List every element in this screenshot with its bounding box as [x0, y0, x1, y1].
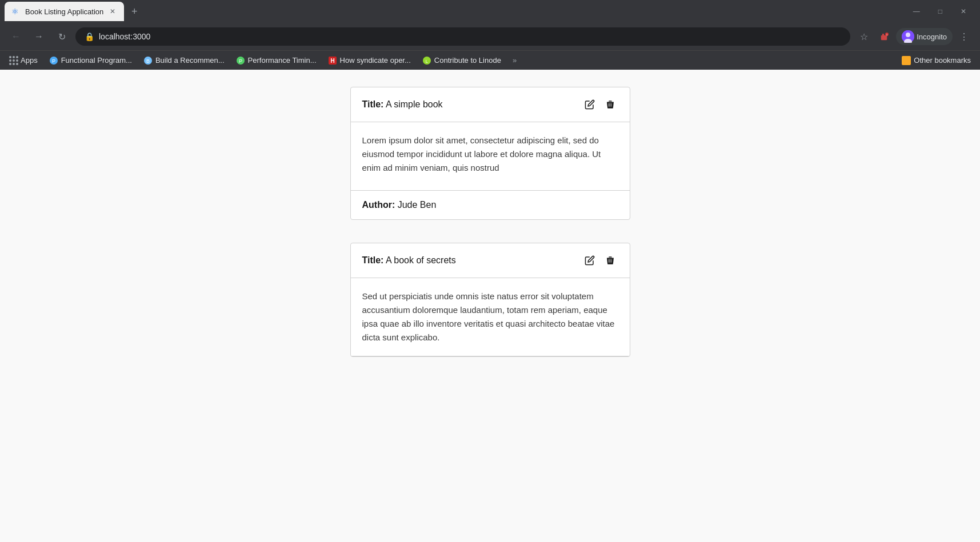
book-1-title-value: A simple book [386, 99, 443, 109]
close-window-button[interactable]: ✕ [956, 5, 971, 18]
trash-icon-2 [605, 255, 615, 266]
bookmark-label-syndicate: How syndicate oper... [340, 56, 411, 65]
minimize-button[interactable]: — [909, 5, 925, 18]
address-bar-right: ☆ ! Incognito ⋮ [855, 27, 973, 46]
lock-icon: 🔒 [85, 32, 94, 41]
bookmark-favicon-performance: P [236, 56, 245, 65]
book-2-edit-button[interactable] [582, 252, 598, 268]
svg-point-5 [906, 33, 910, 37]
address-input[interactable]: 🔒 localhost:3000 [75, 27, 850, 46]
book-2-title-value: A book of secrets [386, 255, 456, 265]
book-card-1-header: Title: A simple book [351, 87, 630, 122]
book-2-body: Sed ut perspiciatis unde omnis iste natu… [351, 278, 630, 356]
book-card-2-header: Title: A book of secrets [351, 243, 630, 278]
svg-rect-1 [882, 34, 884, 35]
tab-title: Book Listing Application [25, 7, 103, 16]
book-2-description: Sed ut perspiciatis unde omnis iste natu… [362, 290, 618, 344]
book-1-title: Title: A simple book [362, 99, 443, 110]
edit-icon [585, 99, 595, 110]
bookmark-label-recommender: Build a Recommen... [155, 56, 225, 65]
address-bar: ← → ↻ 🔒 localhost:3000 ☆ ! [0, 23, 980, 50]
book-1-edit-button[interactable] [582, 97, 598, 113]
bookmark-favicon-functional: P [49, 56, 58, 65]
apps-label: Apps [21, 56, 38, 65]
browser-chrome: ⚛ Book Listing Application ✕ + — □ ✕ ← →… [0, 0, 980, 70]
book-1-description: Lorem ipsum dolor sit amet, consectetur … [362, 134, 618, 175]
bookmark-linode[interactable]: L Contribute to Linode [418, 54, 506, 67]
book-1-footer: Author: Jude Ben [351, 191, 630, 219]
folder-icon [902, 56, 911, 65]
svg-text:B: B [146, 58, 150, 64]
book-1-author-value: Jude Ben [398, 200, 437, 210]
svg-text:P: P [239, 58, 242, 64]
window-controls: — □ ✕ [909, 5, 975, 18]
bookmarks-bar: Apps P Functional Program... B Build a R… [0, 50, 980, 70]
book-2-title-label: Title: [362, 255, 384, 265]
book-1-delete-button[interactable] [602, 97, 618, 113]
bookmark-star-button[interactable]: ☆ [855, 27, 873, 46]
bookmark-recommender[interactable]: B Build a Recommen... [139, 54, 229, 67]
tab-favicon: ⚛ [11, 7, 21, 16]
tab-close-button[interactable]: ✕ [108, 7, 117, 16]
avatar [902, 30, 914, 43]
book-1-author-label: Author: [362, 200, 395, 210]
other-bookmarks-label: Other bookmarks [914, 56, 971, 65]
more-bookmarks-button[interactable]: » [508, 54, 521, 67]
book-1-title-label: Title: [362, 99, 384, 109]
apps-grid-icon [9, 56, 18, 65]
bookmark-label-functional: Functional Program... [61, 56, 132, 65]
svg-text:L: L [426, 59, 429, 64]
book-card-2: Title: A book of secrets Sed ut per [350, 243, 630, 357]
extension-button[interactable]: ! [875, 27, 894, 46]
other-bookmarks[interactable]: Other bookmarks [897, 54, 975, 67]
svg-text:P: P [52, 58, 55, 64]
svg-text:H: H [330, 58, 334, 64]
bookmark-favicon-recommender: B [143, 56, 153, 65]
back-button[interactable]: ← [7, 27, 25, 46]
bookmark-syndicate[interactable]: H How syndicate oper... [323, 54, 415, 67]
book-2-delete-button[interactable] [602, 252, 618, 268]
book-2-title: Title: A book of secrets [362, 255, 456, 266]
bookmark-functional[interactable]: P Functional Program... [45, 54, 137, 67]
bookmark-favicon-linode: L [422, 56, 431, 65]
book-1-author: Author: Jude Ben [362, 200, 437, 210]
page-content: Title: A simple book Lorem ipsum do [0, 70, 980, 542]
bookmark-performance[interactable]: P Performance Timin... [231, 54, 321, 67]
address-text: localhost:3000 [99, 32, 150, 41]
book-2-actions [582, 252, 618, 268]
profile-name: Incognito [917, 33, 947, 41]
tab-bar: ⚛ Book Listing Application ✕ + — □ ✕ [0, 0, 980, 23]
book-1-actions [582, 97, 618, 113]
reload-button[interactable]: ↻ [53, 27, 71, 46]
active-tab[interactable]: ⚛ Book Listing Application ✕ [5, 2, 124, 21]
forward-button[interactable]: → [30, 27, 48, 46]
book-card-1: Title: A simple book Lorem ipsum do [350, 87, 630, 220]
bookmark-label-performance: Performance Timin... [248, 56, 317, 65]
bookmark-favicon-syndicate: H [328, 56, 337, 65]
maximize-button[interactable]: □ [934, 5, 947, 18]
apps-button[interactable]: Apps [5, 56, 42, 65]
profile-button[interactable]: Incognito [896, 28, 953, 45]
new-tab-button[interactable]: + [126, 3, 142, 19]
trash-icon [605, 99, 615, 110]
more-options-button[interactable]: ⋮ [955, 27, 973, 46]
edit-icon-2 [585, 255, 595, 266]
book-1-body: Lorem ipsum dolor sit amet, consectetur … [351, 122, 630, 191]
bookmark-label-linode: Contribute to Linode [434, 56, 501, 65]
